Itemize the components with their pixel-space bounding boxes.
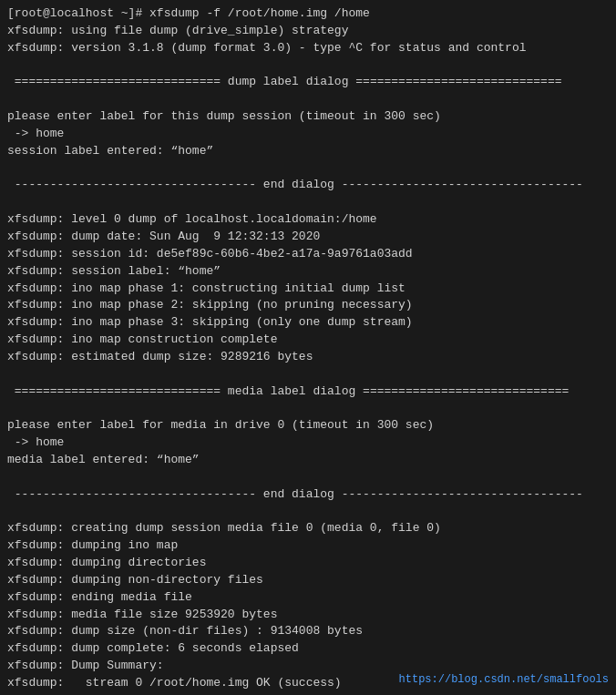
- watermark: https://blog.csdn.net/smallfools: [399, 673, 609, 686]
- terminal-output: [root@localhost ~]# xfsdump -f /root/hom…: [7, 5, 609, 695]
- terminal-window: [root@localhost ~]# xfsdump -f /root/hom…: [0, 0, 616, 695]
